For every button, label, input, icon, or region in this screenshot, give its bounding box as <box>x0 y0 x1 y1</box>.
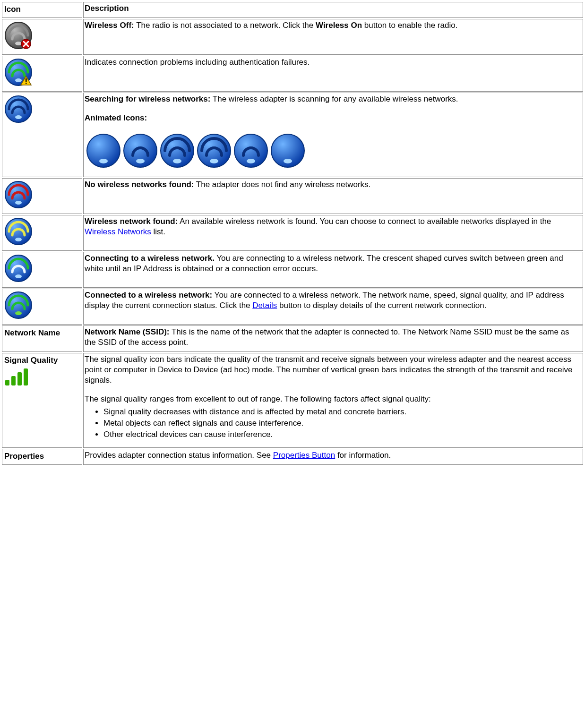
row-connection-problems: Indicates connection problems including … <box>2 56 583 92</box>
row-network-found: Wireless network found: An available wir… <box>2 215 583 251</box>
animated-icons-row <box>85 132 581 172</box>
row-wireless-off: Wireless Off: The radio is not associate… <box>2 19 583 55</box>
row-properties: Properties Provides adapter connection s… <box>2 449 583 465</box>
svg-point-21 <box>284 159 292 163</box>
signal-quality-bullet: Signal quality decreases with distance a… <box>103 407 581 417</box>
properties-button-link[interactable]: Properties Button <box>273 451 335 460</box>
wireless-on-button-label: Wireless On <box>316 21 362 30</box>
svg-point-15 <box>173 159 181 163</box>
cell-connecting-desc: Connecting to a wireless network. You ar… <box>83 252 583 288</box>
svg-point-29 <box>15 311 22 315</box>
cell-network-found-desc: Wireless network found: An available wir… <box>83 215 583 251</box>
row-connecting: Connecting to a wireless network. You ar… <box>2 252 583 288</box>
network-name-title: Network Name (SSID): <box>85 327 169 336</box>
signal-quality-bullet: Other electrical devices can cause inter… <box>103 429 581 440</box>
svg-point-19 <box>247 159 255 163</box>
cell-network-found-icon <box>2 215 82 251</box>
row-connected: Connected to a wireless network: You are… <box>2 289 583 325</box>
connected-title: Connected to a wireless network: <box>85 291 212 300</box>
signal-quality-bullet: Metal objects can reflect signals and ca… <box>103 418 581 428</box>
wireless-off-tail: button to enable the radio. <box>362 21 457 30</box>
cell-wireless-off-desc: Wireless Off: The radio is not associate… <box>83 19 583 55</box>
svg-point-9 <box>15 115 22 119</box>
svg-point-11 <box>99 159 108 163</box>
signal-quality-label: Signal Quality <box>4 356 58 365</box>
header-description-label: Description <box>85 4 129 13</box>
properties-pre: Provides adapter connection status infor… <box>85 451 273 460</box>
cell-network-name-desc: Network Name (SSID): This is the name of… <box>83 325 583 352</box>
signal-quality-bullets: Signal quality decreases with distance a… <box>85 407 581 440</box>
svg-point-27 <box>15 274 22 278</box>
wireless-off-title: Wireless Off: <box>85 21 134 30</box>
svg-point-17 <box>210 159 218 163</box>
connecting-title: Connecting to a wireless network. <box>85 254 215 263</box>
connected-icon <box>4 291 33 322</box>
cell-no-networks-desc: No wireless networks found: The adapter … <box>83 178 583 214</box>
icon-description-table: Icon Description <box>1 1 584 466</box>
header-description: Description <box>83 2 583 18</box>
wireless-networks-link[interactable]: Wireless Networks <box>85 227 151 236</box>
svg-point-1 <box>15 42 22 45</box>
svg-rect-6 <box>26 78 27 82</box>
searching-title: Searching for wireless networks: <box>85 94 210 103</box>
cell-signal-quality-desc: The signal quality icon bars indicate th… <box>83 353 583 448</box>
svg-rect-30 <box>5 380 9 385</box>
table-header-row: Icon Description <box>2 2 583 18</box>
no-networks-text: The adapter does not find any wireless n… <box>194 180 370 189</box>
connected-tail: button to display details of the current… <box>277 301 486 310</box>
signal-bars-icon <box>4 366 33 390</box>
cell-conn-problems-icon <box>2 56 82 92</box>
cell-connecting-icon <box>2 252 82 288</box>
cell-searching-icon <box>2 93 82 177</box>
searching-icon <box>4 95 33 126</box>
network-name-label: Network Name <box>4 328 60 337</box>
network-found-text: An available wireless network is found. … <box>178 217 551 226</box>
no-networks-title: No wireless networks found: <box>85 180 194 189</box>
cell-properties-label: Properties <box>2 449 82 465</box>
cell-wireless-off-icon <box>2 19 82 55</box>
cell-connected-desc: Connected to a wireless network: You are… <box>83 289 583 325</box>
conn-problems-text: Indicates connection problems including … <box>85 58 310 67</box>
properties-tail: for information. <box>335 451 391 460</box>
svg-point-23 <box>15 201 22 205</box>
network-found-icon <box>4 217 33 248</box>
properties-label: Properties <box>4 452 44 461</box>
animated-icons-label: Animated Icons: <box>85 113 147 122</box>
network-found-title: Wireless network found: <box>85 217 178 226</box>
no-networks-icon <box>4 180 33 212</box>
svg-rect-32 <box>17 372 22 385</box>
cell-searching-desc: Searching for wireless networks: The wir… <box>83 93 583 177</box>
row-signal-quality: Signal Quality The signal quality icon b… <box>2 353 583 448</box>
searching-text: The wireless adapter is scanning for any… <box>210 94 458 103</box>
signal-quality-p2: The signal quality ranges from excellent… <box>85 394 431 403</box>
svg-point-25 <box>15 238 22 241</box>
svg-rect-31 <box>11 376 16 385</box>
header-icon: Icon <box>2 2 82 18</box>
details-link[interactable]: Details <box>252 301 277 310</box>
row-network-name: Network Name Network Name (SSID): This i… <box>2 325 583 352</box>
row-no-networks: No wireless networks found: The adapter … <box>2 178 583 214</box>
wireless-off-text: The radio is not associated to a network… <box>134 21 316 30</box>
network-found-tail: list. <box>151 227 165 236</box>
connecting-icon <box>4 254 33 285</box>
cell-conn-problems-desc: Indicates connection problems including … <box>83 56 583 92</box>
cell-signal-quality-label: Signal Quality <box>2 353 82 448</box>
signal-quality-p1: The signal quality icon bars indicate th… <box>85 355 572 385</box>
wireless-off-icon <box>4 21 33 52</box>
header-icon-label: Icon <box>4 5 21 14</box>
animated-icons-svg <box>85 132 307 170</box>
connection-problems-icon <box>4 58 33 89</box>
cell-connected-icon <box>2 289 82 325</box>
cell-no-networks-icon <box>2 178 82 214</box>
svg-rect-33 <box>24 368 28 385</box>
svg-point-4 <box>15 78 22 82</box>
row-searching: Searching for wireless networks: The wir… <box>2 93 583 177</box>
cell-properties-desc: Provides adapter connection status infor… <box>83 449 583 465</box>
cell-network-name-label: Network Name <box>2 325 82 352</box>
svg-point-13 <box>136 159 145 163</box>
svg-rect-7 <box>26 83 27 84</box>
